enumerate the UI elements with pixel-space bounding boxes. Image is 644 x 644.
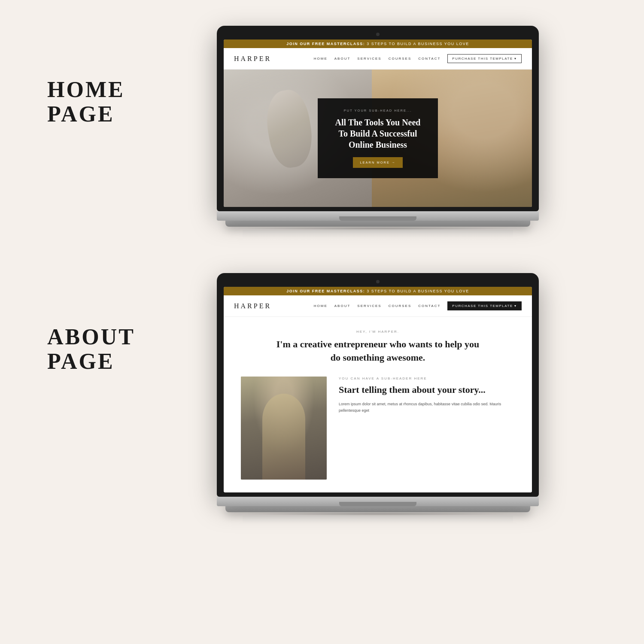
laptop-reflection-2	[243, 516, 513, 524]
laptop-shadow-2	[234, 512, 522, 516]
home-nav-links: HOME ABOUT SERVICES COURSES CONTACT PURC…	[314, 54, 522, 63]
nav-about-2[interactable]: ABOUT	[334, 304, 351, 308]
about-section: ABOUT PAGE JOIN OUR FREE MASTERCLASS: 3 …	[21, 273, 623, 524]
about-laptop-wrapper: JOIN OUR FREE MASTERCLASS: 3 STEPS TO BU…	[150, 273, 623, 524]
hero-learn-more-btn[interactable]: LEARN MORE →	[353, 157, 402, 168]
hero-sculpture-shape	[262, 87, 318, 171]
home-laptop: JOIN OUR FREE MASTERCLASS: 3 STEPS TO BU…	[217, 26, 539, 239]
home-hero: PUT YOUR SUB-HEAD HERE... All The Tools …	[224, 70, 532, 207]
about-page-content: HEY, I'M HARPER. I'm a creative entrepre…	[224, 317, 532, 492]
about-body-layout: YOU CAN HAVE A SUB-HEADER HERE Start tel…	[241, 377, 515, 480]
home-section: HOME PAGE JOIN OUR FREE MASTERCLASS: 3 S…	[21, 26, 623, 239]
home-label: HOME PAGE	[21, 26, 150, 126]
nav-services-2[interactable]: SERVICES	[357, 304, 381, 308]
hero-overlay: PUT YOUR SUB-HEAD HERE... All The Tools …	[318, 98, 438, 178]
laptop-camera-2	[376, 280, 380, 283]
laptop-screen-outer-2: JOIN OUR FREE MASTERCLASS: 3 STEPS TO BU…	[217, 273, 539, 497]
home-banner: JOIN OUR FREE MASTERCLASS: 3 STEPS TO BU…	[224, 39, 532, 48]
hero-sub-heading: PUT YOUR SUB-HEAD HERE...	[330, 109, 426, 112]
laptop-camera-1	[376, 33, 380, 36]
home-logo: HARPER	[234, 55, 271, 63]
nav-home-1[interactable]: HOME	[314, 57, 328, 61]
about-logo: HARPER	[234, 302, 271, 310]
laptop-reflection-1	[243, 230, 513, 239]
home-laptop-screen: JOIN OUR FREE MASTERCLASS: 3 STEPS TO BU…	[224, 39, 532, 207]
nav-courses-1[interactable]: COURSES	[389, 57, 412, 61]
nav-contact-1[interactable]: CONTACT	[418, 57, 440, 61]
about-text-title: Start telling them about your story...	[339, 384, 515, 396]
home-page-title: HOME PAGE	[47, 77, 125, 126]
about-page-title: ABOUT PAGE	[47, 325, 135, 374]
about-text-column: YOU CAN HAVE A SUB-HEADER HERE Start tel…	[339, 377, 515, 414]
about-headline: I'm a creative entrepreneur who wants to…	[275, 338, 481, 365]
about-nav-links: HOME ABOUT SERVICES COURSES CONTACT PURC…	[314, 301, 522, 310]
laptop-base-1	[217, 211, 539, 221]
home-cta-btn[interactable]: PURCHASE THIS TEMPLATE ▾	[447, 54, 522, 63]
about-top-sub: HEY, I'M HARPER.	[241, 330, 515, 334]
home-nav: HARPER HOME ABOUT SERVICES COURSES CONTA…	[224, 48, 532, 70]
laptop-shadow-1	[234, 227, 522, 230]
laptop-screen-outer-1: JOIN OUR FREE MASTERCLASS: 3 STEPS TO BU…	[217, 26, 539, 211]
laptop-foot-2	[225, 506, 530, 512]
nav-about-1[interactable]: ABOUT	[334, 57, 351, 61]
laptop-base-2	[217, 497, 539, 506]
about-nav: HARPER HOME ABOUT SERVICES COURSES CONTA…	[224, 295, 532, 317]
home-laptop-wrapper: JOIN OUR FREE MASTERCLASS: 3 STEPS TO BU…	[150, 26, 623, 239]
about-text-sub: YOU CAN HAVE A SUB-HEADER HERE	[339, 377, 515, 380]
laptop-foot-1	[225, 221, 530, 227]
about-cta-btn[interactable]: PURCHASE THIS TEMPLATE ▾	[447, 301, 522, 310]
nav-contact-2[interactable]: CONTACT	[418, 304, 440, 308]
hero-title: All The Tools You Need To Build A Succes…	[330, 117, 426, 150]
nav-courses-2[interactable]: COURSES	[389, 304, 412, 308]
about-laptop: JOIN OUR FREE MASTERCLASS: 3 STEPS TO BU…	[217, 273, 539, 524]
about-text-body: Lorem ipsum dolor sit amet, metus at rho…	[339, 401, 515, 414]
about-label: ABOUT PAGE	[21, 273, 150, 374]
nav-home-2[interactable]: HOME	[314, 304, 328, 308]
about-laptop-screen: JOIN OUR FREE MASTERCLASS: 3 STEPS TO BU…	[224, 287, 532, 492]
nav-services-1[interactable]: SERVICES	[357, 57, 381, 61]
about-banner: JOIN OUR FREE MASTERCLASS: 3 STEPS TO BU…	[224, 287, 532, 295]
about-photo	[241, 377, 327, 480]
